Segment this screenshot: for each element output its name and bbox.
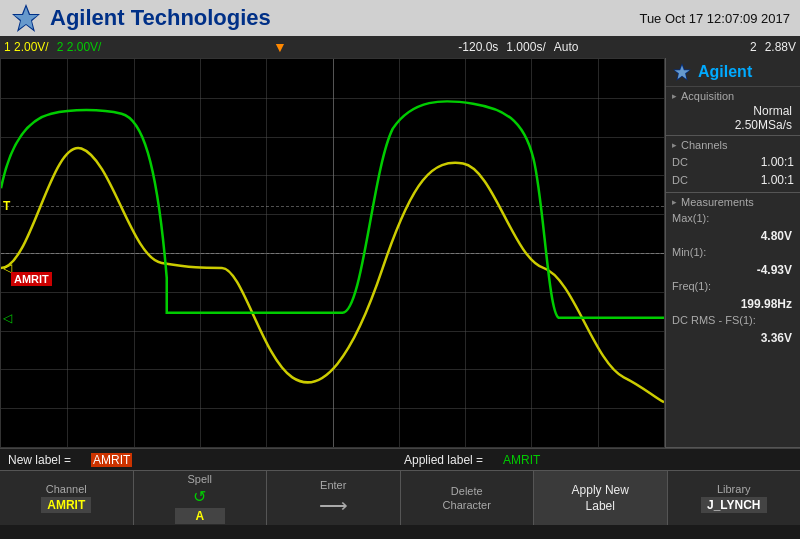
acquisition-title: Acquisition — [672, 90, 794, 102]
right-panel: Agilent Acquisition Normal 2.50MSa/s Cha… — [665, 58, 800, 448]
delete-btn-label: Delete — [451, 485, 483, 497]
spell-refresh-icon: ↺ — [193, 487, 206, 506]
library-btn-value: J_LYNCH — [701, 497, 767, 513]
trigger-channel: 2 — [750, 40, 757, 54]
min-value: -4.93V — [757, 263, 792, 277]
enter-arrow-icon: ⟶ — [319, 493, 348, 517]
min-row: Min(1): — [672, 244, 794, 260]
spell-btn-value: A — [175, 508, 225, 524]
apply-btn-top: Apply New — [572, 483, 629, 497]
right-panel-header: Agilent — [666, 58, 800, 87]
ch2-row: DC 1.00:1 — [672, 171, 794, 189]
channel-btn-value: AMRIT — [41, 497, 91, 513]
dcrms-value: 3.36V — [761, 331, 792, 345]
apply-new-label-button[interactable]: Apply New Label — [534, 471, 668, 525]
trigger-voltage: 2.88V — [765, 40, 796, 54]
dcrms-row: DC RMS - FS(1): — [672, 312, 794, 328]
ch1-probe: 1.00:1 — [761, 155, 794, 169]
dcrms-label: DC RMS - FS(1): — [672, 314, 756, 326]
applied-label-text: Applied label = — [404, 453, 483, 467]
ch2-scale: 2 2.00V/ — [57, 40, 102, 54]
waveform-display — [1, 59, 664, 447]
channel-label-display: AMRIT — [11, 272, 52, 286]
app-title: Agilent Technologies — [50, 5, 639, 31]
acquisition-rate: 2.50MSa/s — [672, 118, 794, 132]
brand-name: Agilent — [698, 63, 752, 81]
enter-btn-label: Enter — [320, 479, 346, 491]
applied-label-value: AMRIT — [503, 453, 540, 467]
bottom-toolbar: Channel AMRIT Spell ↺ A Enter ⟶ Delete C… — [0, 470, 800, 525]
max-label: Max(1): — [672, 212, 709, 224]
freq-label: Freq(1): — [672, 280, 711, 292]
measurements-title: Measurements — [672, 196, 794, 208]
freq-value: 199.98Hz — [741, 297, 792, 311]
spell-btn-label: Spell — [188, 473, 212, 485]
time-offset: -120.0s — [458, 40, 498, 54]
spell-button[interactable]: Spell ↺ A — [134, 471, 268, 525]
trigger-arrow: ▼ — [273, 39, 287, 55]
header-bar: Agilent Technologies Tue Oct 17 12:07:09… — [0, 0, 800, 36]
library-button[interactable]: Library J_LYNCH — [668, 471, 801, 525]
agilent-small-logo — [672, 62, 692, 82]
channel-btn-label: Channel — [46, 483, 87, 495]
delete-btn-label2: Character — [443, 499, 491, 511]
datetime-display: Tue Oct 17 12:07:09 2017 — [639, 11, 790, 26]
scope-screen: T ◁ ◁ AMRIT — [0, 58, 665, 448]
enter-button[interactable]: Enter ⟶ — [267, 471, 401, 525]
acquisition-section: Acquisition Normal 2.50MSa/s — [666, 87, 800, 136]
label-status-bar: New label = AMRIT Applied label = AMRIT — [0, 448, 800, 470]
apply-btn-bottom: Label — [586, 499, 615, 513]
trigger-marker: T — [3, 200, 10, 212]
max-value: 4.80V — [761, 229, 792, 243]
agilent-logo — [10, 2, 42, 34]
main-area: T ◁ ◁ AMRIT Agilent Acquisition Normal 2… — [0, 58, 800, 448]
ch2-marker: ◁ — [3, 311, 12, 325]
ch2-probe: 1.00:1 — [761, 173, 794, 187]
channels-section: Channels DC 1.00:1 DC 1.00:1 — [666, 136, 800, 193]
ch1-row: DC 1.00:1 — [672, 153, 794, 171]
new-label-text: New label = — [8, 453, 71, 467]
channels-title: Channels — [672, 139, 794, 151]
channel-button[interactable]: Channel AMRIT — [0, 471, 134, 525]
freq-row: Freq(1): — [672, 278, 794, 294]
min-label: Min(1): — [672, 246, 706, 258]
measurements-section: Measurements Max(1): 4.80V Min(1): -4.93… — [666, 193, 800, 448]
library-btn-label: Library — [717, 483, 751, 495]
acquisition-mode: Normal — [672, 104, 794, 118]
ch1-scale: 1 2.00V/ — [4, 40, 49, 54]
toolbar: 1 2.00V/ 2 2.00V/ ▼ -120.0s 1.000s/ Auto… — [0, 36, 800, 58]
max-row: Max(1): — [672, 210, 794, 226]
ch2-coupling: DC — [672, 174, 688, 186]
time-per-div: 1.000s/ — [506, 40, 545, 54]
new-label-value: AMRIT — [91, 453, 132, 467]
delete-character-button[interactable]: Delete Character — [401, 471, 535, 525]
trigger-mode: Auto — [554, 40, 579, 54]
ch1-coupling: DC — [672, 156, 688, 168]
